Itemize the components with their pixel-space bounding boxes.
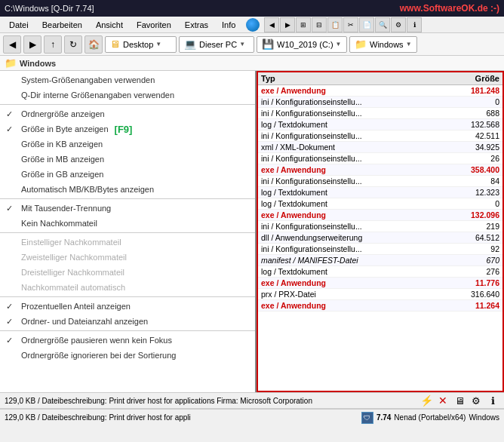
f9-label: [F9] xyxy=(115,124,133,135)
menu-row-ordner-grosse[interactable]: Ordnergröße anzeigen xyxy=(0,106,255,121)
table-row[interactable]: log / Textdokument12.323 xyxy=(258,187,502,198)
menu-row-prozent[interactable]: Prozentuellen Anteil anzeigen xyxy=(0,299,255,314)
file-size-cell: 181.248 xyxy=(443,85,502,97)
menu-bar: Datei Bearbeiten Ansicht Favoriten Extra… xyxy=(0,17,504,33)
folder-label: Windows xyxy=(370,40,404,49)
file-type-cell: log / Textdokument xyxy=(258,198,443,210)
file-size-cell: 276 xyxy=(443,266,502,278)
file-type-cell: exe / Anwendung xyxy=(258,210,443,221)
menu-row-dreistellig[interactable]: Dreistelliger Nachkommateil xyxy=(0,265,255,280)
tb-icon-5[interactable]: 📋 xyxy=(327,17,343,32)
back-button[interactable]: ◀ xyxy=(3,35,21,54)
lightning-icon[interactable]: ⚡ xyxy=(419,394,433,407)
pc-dropdown[interactable]: 💻 Dieser PC ▼ xyxy=(179,36,254,53)
menu-row-dateianzahl[interactable]: Ordner- und Dateianzahl anzeigen xyxy=(0,314,255,329)
table-row[interactable]: ini / Konfigurationseinstellu...0 xyxy=(258,97,502,108)
table-row[interactable]: exe / Anwendung132.096 xyxy=(258,210,502,221)
menu-label-pausieren: Ordnergröße pausieren wenn kein Fokus xyxy=(21,336,172,345)
menu-row-pausieren[interactable]: Ordnergröße pausieren wenn kein Fokus xyxy=(0,333,255,348)
tb-icon-8[interactable]: 🔍 xyxy=(375,17,390,32)
file-size-cell: 0 xyxy=(443,198,502,210)
tb-icon-1[interactable]: ◀ xyxy=(264,17,279,32)
menu-label-qdir-size: Q-Dir interne Größenangaben verwenden xyxy=(21,91,174,100)
user-label: Nenad (Portabel/x64) xyxy=(394,413,466,422)
table-row[interactable]: ini / Konfigurationseinstellu...219 xyxy=(258,221,502,232)
table-row[interactable]: xml / XML-Dokument34.925 xyxy=(258,142,502,153)
table-row[interactable]: log / Textdokument276 xyxy=(258,266,502,278)
menu-row-auto-size[interactable]: Automatisch MB/KB/Bytes anzeigen xyxy=(0,182,255,197)
file-size-cell: 316.640 xyxy=(443,289,502,300)
pc-label: Dieser PC xyxy=(199,40,237,49)
menu-row-ignorieren[interactable]: Ordnergröße ignorieren bei der Sortierun… xyxy=(0,348,255,363)
file-type-cell: log / Textdokument xyxy=(258,187,443,198)
menu-label-byte: Größe in Byte anzeigen xyxy=(21,124,109,134)
forward-button[interactable]: ▶ xyxy=(23,35,41,54)
file-type-cell: ini / Konfigurationseinstellu... xyxy=(258,153,443,164)
menu-extras[interactable]: Extras xyxy=(179,17,214,32)
status-bottom-text: 129,0 KB / Dateibeschreibung: Print driv… xyxy=(5,413,358,422)
menu-label-prozent: Prozentuellen Anteil anzeigen xyxy=(21,302,131,311)
menu-label-system-size: System-Größenangaben verwenden xyxy=(21,75,155,84)
tb-icon-9[interactable]: ⚙ xyxy=(391,17,406,32)
file-size-cell: 358.400 xyxy=(443,164,502,176)
table-row[interactable]: ini / Konfigurationseinstellu...84 xyxy=(258,176,502,187)
menu-row-gb[interactable]: Größe in GB anzeigen xyxy=(0,167,255,182)
table-row[interactable]: ini / Konfigurationseinstellu...688 xyxy=(258,108,502,119)
file-table: Typ Größe exe / Anwendung181.248ini / Ko… xyxy=(258,72,502,312)
drive-icon: 💾 xyxy=(262,38,274,50)
table-row[interactable]: prx / PRX-Datei316.640 xyxy=(258,289,502,300)
table-row[interactable]: ini / Konfigurationseinstellu...26 xyxy=(258,153,502,164)
tb-icon-3[interactable]: ⊞ xyxy=(296,17,311,32)
table-row[interactable]: dll / Anwendungserweiterung64.512 xyxy=(258,232,502,244)
monitor-icon[interactable]: 🖥 xyxy=(453,394,466,407)
menu-row-mb[interactable]: Größe in MB anzeigen xyxy=(0,152,255,167)
menu-row-nachkomma-auto[interactable]: Nachkommateil automatisch xyxy=(0,280,255,295)
shield-icon[interactable]: 🛡 xyxy=(361,412,373,424)
table-row[interactable]: log / Textdokument0 xyxy=(258,198,502,210)
menu-row-kein-nachkomma[interactable]: Kein Nachkommateil xyxy=(0,216,255,231)
close-icon[interactable]: ✕ xyxy=(436,394,450,407)
file-type-cell: log / Textdokument xyxy=(258,266,443,278)
folder-dropdown[interactable]: 📁 Windows ▼ xyxy=(349,36,417,53)
up-button[interactable]: ↑ xyxy=(44,35,62,54)
settings-icon[interactable]: ⚙ xyxy=(469,394,483,407)
menu-datei[interactable]: Datei xyxy=(3,17,35,32)
menu-row-tausender[interactable]: Mit Tausender-Trennung xyxy=(0,201,255,216)
table-row[interactable]: exe / Anwendung181.248 xyxy=(258,85,502,97)
menu-label-einstellig: Einstelliger Nachkommateil xyxy=(21,238,121,247)
menu-bearbeiten[interactable]: Bearbeiten xyxy=(36,17,88,32)
menu-row-system-size[interactable]: System-Größenangaben verwenden xyxy=(0,72,255,87)
table-row[interactable]: exe / Anwendung358.400 xyxy=(258,164,502,176)
menu-row-einstellig[interactable]: Einstelliger Nachkommateil xyxy=(0,235,255,250)
menu-label-auto-size: Automatisch MB/KB/Bytes anzeigen xyxy=(21,185,154,194)
tb-icon-4[interactable]: ⊟ xyxy=(312,17,327,32)
file-size-cell: 132.568 xyxy=(443,119,502,130)
table-row[interactable]: manifest / MANIFEST-Datei670 xyxy=(258,255,502,266)
menu-favoriten[interactable]: Favoriten xyxy=(131,17,177,32)
table-row[interactable]: ini / Konfigurationseinstellu...92 xyxy=(258,244,502,255)
menu-row-kb[interactable]: Größe in KB anzeigen xyxy=(0,137,255,152)
drive-dropdown[interactable]: 💾 W10_2019 (C:) ▼ xyxy=(257,36,347,53)
tb-icon-6[interactable]: ✂ xyxy=(343,17,358,32)
desktop-dropdown[interactable]: 🖥 Desktop ▼ xyxy=(105,36,177,53)
file-type-cell: ini / Konfigurationseinstellu... xyxy=(258,244,443,255)
tb-icon-7[interactable]: 📄 xyxy=(359,17,374,32)
file-type-cell: ini / Konfigurationseinstellu... xyxy=(258,108,443,119)
table-row[interactable]: exe / Anwendung11.776 xyxy=(258,278,502,289)
title-bar: C:\Windows [Q-Dir 7.74] www.SoftwareOK.d… xyxy=(0,0,504,17)
menu-info[interactable]: Info xyxy=(216,17,241,32)
tb-icon-10[interactable]: ℹ xyxy=(407,17,422,32)
menu-row-byte[interactable]: Größe in Byte anzeigen [F9] xyxy=(0,121,255,137)
menu-label-kein-nachkomma: Kein Nachkommateil xyxy=(21,219,97,228)
table-row[interactable]: log / Textdokument132.568 xyxy=(258,119,502,130)
menu-row-qdir-size[interactable]: Q-Dir interne Größenangaben verwenden xyxy=(0,87,255,103)
table-row[interactable]: exe / Anwendung11.264 xyxy=(258,300,502,312)
drive-arrow: ▼ xyxy=(336,41,342,48)
refresh-button[interactable]: ↻ xyxy=(64,35,82,54)
menu-ansicht[interactable]: Ansicht xyxy=(90,17,129,32)
info-icon-status[interactable]: ℹ xyxy=(486,394,499,407)
home-button[interactable]: 🏠 xyxy=(85,35,103,54)
table-row[interactable]: ini / Konfigurationseinstellu...42.511 xyxy=(258,130,502,142)
menu-row-zweistellig[interactable]: Zweistelliger Nachkommateil xyxy=(0,250,255,265)
tb-icon-2[interactable]: ▶ xyxy=(280,17,295,32)
